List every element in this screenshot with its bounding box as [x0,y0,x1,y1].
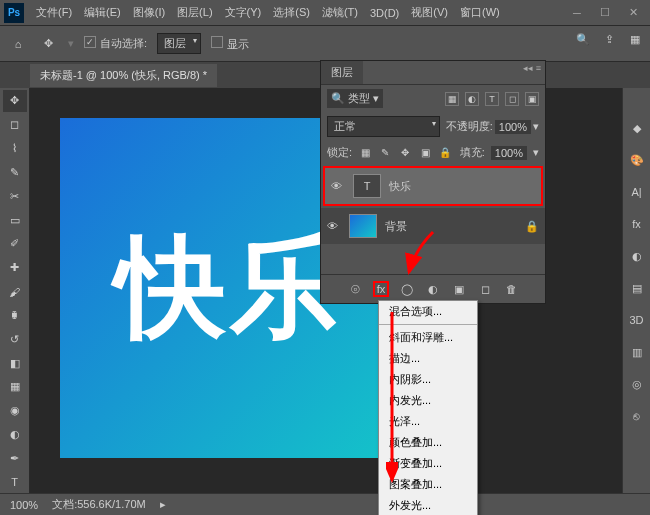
gradient-tool[interactable]: ▦ [3,376,27,398]
fill-label: 填充: [460,145,485,160]
lasso-tool[interactable]: ⌇ [3,138,27,160]
dodge-tool[interactable]: ◐ [3,424,27,446]
type-tool[interactable]: T [3,471,27,493]
layer-name[interactable]: 背景 [385,219,407,234]
link-layers-icon[interactable]: ⦾ [347,281,363,297]
status-bar: 100% 文档:556.6K/1.70M ▸ [0,493,650,515]
app-logo: Ps [4,3,24,23]
swatches-panel-icon[interactable]: 🎨 [627,150,647,170]
home-icon[interactable]: ⌂ [8,34,28,54]
crop-tool[interactable]: ✂ [3,185,27,207]
quick-select-tool[interactable]: ✎ [3,161,27,183]
share-icon[interactable]: ⇪ [600,30,618,48]
filter-smart-icon[interactable]: ▣ [525,92,539,106]
channels-panel-icon[interactable]: ◎ [627,374,647,394]
frame-tool[interactable]: ▭ [3,209,27,231]
zoom-level[interactable]: 100% [10,499,38,511]
layer-filter-type-dropdown[interactable]: 🔍 类型 ▾ [327,89,383,108]
visibility-eye-icon[interactable]: 👁 [331,180,345,192]
menu-3d[interactable]: 3D(D) [364,3,405,23]
character-panel-icon[interactable]: A| [627,182,647,202]
menu-view[interactable]: 视图(V) [405,1,454,24]
fx-gradient-overlay[interactable]: 渐变叠加... [379,453,477,474]
minimize-button[interactable]: ─ [564,4,590,22]
lock-icon[interactable]: 🔒 [525,220,539,233]
menu-layer[interactable]: 图层(L) [171,1,218,24]
maximize-button[interactable]: ☐ [592,4,618,22]
history-brush-tool[interactable]: ↺ [3,328,27,350]
styles-panel-icon[interactable]: fx [627,214,647,234]
layer-text[interactable]: 👁 T 快乐 [325,168,541,204]
menu-type[interactable]: 文字(Y) [219,1,268,24]
layers-panel-icon[interactable]: ▥ [627,342,647,362]
lock-transparent-icon[interactable]: ▦ [358,146,372,160]
fx-inner-shadow[interactable]: 内阴影... [379,369,477,390]
fx-outer-glow[interactable]: 外发光... [379,495,477,515]
status-chevron-icon[interactable]: ▸ [160,498,166,511]
new-layer-icon[interactable]: ◻ [477,281,493,297]
fill-value[interactable]: 100% [491,146,527,160]
document-tab[interactable]: 未标题-1 @ 100% (快乐, RGB/8) * [30,64,217,87]
filter-pixel-icon[interactable]: ▦ [445,92,459,106]
adjustments-panel-icon[interactable]: ◐ [627,246,647,266]
adjustment-layer-icon[interactable]: ◐ [425,281,441,297]
delete-layer-icon[interactable]: 🗑 [503,281,519,297]
menu-file[interactable]: 文件(F) [30,1,78,24]
eyedropper-tool[interactable]: ✐ [3,233,27,255]
group-icon[interactable]: ▣ [451,281,467,297]
close-button[interactable]: ✕ [620,4,646,22]
lock-all-icon[interactable]: 🔒 [438,146,452,160]
auto-select-checkbox[interactable]: 自动选择: [84,36,147,51]
auto-select-target-dropdown[interactable]: 图层 [157,33,201,54]
fx-bevel[interactable]: 斜面和浮雕... [379,327,477,348]
lock-artboard-icon[interactable]: ▣ [418,146,432,160]
menu-window[interactable]: 窗口(W) [454,1,506,24]
search-icon[interactable]: 🔍 [574,30,592,48]
filter-adjustment-icon[interactable]: ◐ [465,92,479,106]
opacity-label: 不透明度: [446,119,493,134]
stamp-tool[interactable]: ⧯ [3,304,27,326]
workspace-icon[interactable]: ▦ [626,30,644,48]
toolbox: ✥ ◻ ⌇ ✎ ✂ ▭ ✐ ✚ 🖌 ⧯ ↺ ◧ ▦ ◉ ◐ ✒ T [0,88,30,493]
fx-blend-options[interactable]: 混合选项... [379,301,477,322]
fx-satin[interactable]: 光泽... [379,411,477,432]
fx-color-overlay[interactable]: 颜色叠加... [379,432,477,453]
canvas-text-layer[interactable]: 快乐 [116,214,344,363]
options-bar: ⌂ ✥ ▾ 自动选择: 图层 显示 [0,26,650,62]
paths-panel-icon[interactable]: ⎋ [627,406,647,426]
healing-tool[interactable]: ✚ [3,257,27,279]
pen-tool[interactable]: ✒ [3,447,27,469]
show-transform-checkbox[interactable]: 显示 [211,36,249,52]
layer-name[interactable]: 快乐 [389,179,411,194]
move-tool[interactable]: ✥ [3,90,27,112]
visibility-eye-icon[interactable]: 👁 [327,220,341,232]
layers-panel-tab[interactable]: 图层 [321,61,363,84]
layers-highlight-annotation: 👁 T 快乐 [323,166,543,206]
layer-mask-icon[interactable]: ◯ [399,281,415,297]
blend-mode-dropdown[interactable]: 正常 [327,116,440,137]
menu-select[interactable]: 选择(S) [267,1,316,24]
right-panel-strip: ◆ 🎨 A| fx ◐ ▤ 3D ▥ ◎ ⎋ [622,88,650,493]
blur-tool[interactable]: ◉ [3,400,27,422]
lock-paint-icon[interactable]: ✎ [378,146,392,160]
fx-inner-glow[interactable]: 内发光... [379,390,477,411]
layer-background[interactable]: 👁 背景 🔒 [321,208,545,244]
fx-button[interactable]: fx [373,281,389,297]
3d-panel-icon[interactable]: 3D [627,310,647,330]
menu-edit[interactable]: 编辑(E) [78,1,127,24]
lock-position-icon[interactable]: ✥ [398,146,412,160]
brush-tool[interactable]: 🖌 [3,281,27,303]
navigator-panel-icon[interactable]: ▤ [627,278,647,298]
color-panel-icon[interactable]: ◆ [627,118,647,138]
menu-image[interactable]: 图像(I) [127,1,171,24]
menu-filter[interactable]: 滤镜(T) [316,1,364,24]
eraser-tool[interactable]: ◧ [3,352,27,374]
panel-collapse-icon[interactable]: ◂◂ ≡ [523,63,541,73]
filter-type-icon[interactable]: T [485,92,499,106]
fx-stroke[interactable]: 描边... [379,348,477,369]
bg-layer-thumbnail [349,214,377,238]
opacity-value[interactable]: 100% [495,120,531,134]
filter-shape-icon[interactable]: ◻ [505,92,519,106]
marquee-tool[interactable]: ◻ [3,114,27,136]
fx-pattern-overlay[interactable]: 图案叠加... [379,474,477,495]
